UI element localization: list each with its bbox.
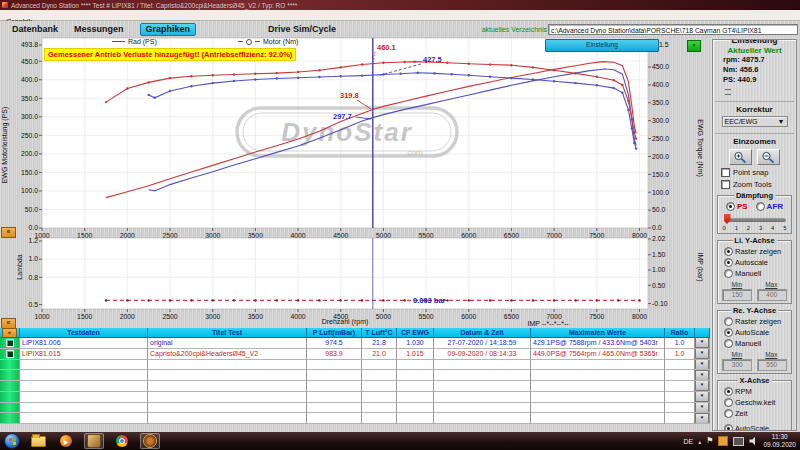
taskbar-explorer-button[interactable]	[28, 433, 48, 449]
test-file-icon[interactable]	[6, 339, 14, 347]
svg-text:1000: 1000	[34, 313, 49, 320]
li-y-raster-radio[interactable]: Raster zeigen	[724, 247, 789, 256]
table-cell: 21.0	[362, 349, 397, 360]
re-y-raster-radio[interactable]: Raster zeigen	[724, 317, 789, 326]
table-row[interactable]: ▼	[0, 381, 710, 392]
table-cell	[665, 403, 695, 414]
tray-app-icon[interactable]	[718, 436, 728, 446]
li-y-min-field[interactable]: 150	[722, 289, 752, 301]
table-row[interactable]: ▼	[0, 403, 710, 414]
einstellung-button[interactable]: Einstellung	[545, 39, 659, 52]
table-row[interactable]: ▼	[0, 360, 710, 371]
x-axis-autoscale-radio[interactable]: AutoScale	[724, 424, 789, 431]
table-column-header[interactable]: Testdaten	[20, 328, 148, 338]
x-axis-time-radio[interactable]: Zeit	[724, 409, 789, 418]
value-placeholder-dash	[725, 89, 731, 90]
taskbar-dyno-app-button[interactable]	[84, 433, 104, 449]
taskbar-media-player-button[interactable]: ▶	[56, 433, 76, 449]
checkbox-icon	[721, 180, 730, 189]
table-column-header[interactable]: P Luft(mBar)	[307, 328, 362, 338]
svg-text:150.0: 150.0	[652, 171, 669, 178]
table-cell	[20, 370, 148, 381]
zoom-tools-checkbox[interactable]: Zoom Tools	[721, 180, 794, 189]
table-cell	[20, 403, 148, 414]
slider-thumb[interactable]	[724, 214, 731, 224]
table-column-header[interactable]: CF EWG	[397, 328, 434, 338]
row-options-dropdown[interactable]: ▼	[695, 349, 709, 359]
toolbar-button-datenbank[interactable]: Datenbank	[12, 24, 58, 34]
x-axis-speed-radio[interactable]: Geschw.keit	[724, 398, 789, 407]
svg-text:7500: 7500	[589, 313, 604, 320]
toolbar-button-graphiken[interactable]: Graphiken	[140, 23, 197, 36]
table-cell	[362, 403, 397, 414]
results-table-body: LIPIX81.006original974.521.81.03027-07-2…	[0, 338, 710, 424]
table-cell	[20, 413, 148, 424]
radio-icon	[724, 424, 733, 431]
charts-svg[interactable]: DynoStar.com493.8450.0400.0350.0300.0250…	[0, 21, 712, 328]
li-y-max-field[interactable]: 400	[757, 289, 787, 301]
collapse-main-chart-button[interactable]: «	[1, 227, 16, 238]
volume-icon[interactable]	[749, 437, 758, 446]
li-y-autoscale-radio[interactable]: Autoscale	[724, 258, 789, 267]
damping-afr-radio[interactable]: AFR	[756, 202, 783, 211]
zoom-in-button[interactable]	[729, 149, 752, 165]
table-cell	[20, 360, 148, 371]
row-options-dropdown[interactable]: ▼	[695, 403, 709, 413]
table-column-header[interactable]: Datum & Zeit	[434, 328, 531, 338]
row-options-dropdown[interactable]: ▼	[695, 338, 709, 348]
svg-text:2000: 2000	[120, 313, 135, 320]
point-snap-checkbox[interactable]: Point snap	[721, 168, 794, 177]
action-center-flag-icon[interactable]: ⚑	[706, 437, 713, 445]
svg-text:4000: 4000	[290, 313, 305, 320]
re-y-max-field[interactable]: 550	[757, 359, 787, 371]
table-row[interactable]: LIPIX81.015Capristo&200cpi&HeadersØ45_V2…	[0, 349, 710, 360]
x-axis-rpm-radio[interactable]: RPM	[724, 387, 789, 396]
network-icon[interactable]	[733, 437, 744, 446]
svg-text:0.0: 0.0	[29, 224, 39, 231]
table-cell	[434, 370, 531, 381]
row-options-dropdown[interactable]: ▼	[695, 381, 709, 391]
damping-slider[interactable]	[724, 214, 786, 224]
taskbar-dyno-station-button[interactable]	[140, 433, 160, 449]
table-cell	[665, 392, 695, 403]
table-column-header[interactable]: Ratio	[665, 328, 695, 338]
table-row[interactable]: LIPIX81.006original974.521.81.03027-07-2…	[0, 338, 710, 349]
table-collapse-button[interactable]: «	[2, 328, 17, 338]
re-y-manuell-radio[interactable]: Manuell	[724, 339, 789, 348]
table-row[interactable]: ▼	[0, 392, 710, 403]
korrektur-dropdown[interactable]: EEC/EWG ▼	[722, 116, 788, 127]
tray-expand-icon[interactable]: ▴	[698, 438, 701, 445]
right-axis-scale-dropdown[interactable]: ▼	[687, 40, 701, 52]
svg-text:3500: 3500	[248, 313, 263, 320]
value-placeholder-dash	[725, 94, 731, 95]
table-column-header[interactable]: T Luft°C	[362, 328, 397, 338]
table-column-header[interactable]: Titel Test	[148, 328, 307, 338]
row-options-dropdown[interactable]: ▼	[695, 413, 709, 423]
radio-icon	[724, 387, 733, 396]
taskbar-chrome-button[interactable]	[112, 433, 132, 449]
svg-text:6000: 6000	[461, 313, 476, 320]
re-y-min-field[interactable]: 300	[722, 359, 752, 371]
row-options-dropdown[interactable]: ▼	[695, 360, 709, 370]
test-file-icon[interactable]	[6, 350, 14, 358]
re-y-autoscale-radio[interactable]: AutoScale	[724, 328, 789, 337]
language-indicator[interactable]: DE	[684, 438, 694, 445]
current-directory-field[interactable]: c:\Advanced Dyno Station\data\PORSCHE\71…	[548, 24, 798, 35]
toolbar-button-drive-sim-cycle[interactable]: Drive Sim/Cycle	[268, 24, 336, 34]
korrektur-heading: Korrektur	[715, 101, 794, 114]
toolbar-button-messungen[interactable]: Messungen	[74, 24, 124, 34]
table-row[interactable]: ▼	[0, 370, 710, 381]
table-row[interactable]: ▼	[0, 413, 710, 424]
row-options-dropdown[interactable]: ▼	[695, 392, 709, 402]
taskbar: ▶ DE ▴ ⚑ 11:30 09.09.2020	[0, 432, 800, 450]
taskbar-clock[interactable]: 11:30 09.09.2020	[763, 433, 796, 449]
svg-text:Lambda: Lambda	[16, 254, 23, 279]
row-options-dropdown[interactable]: ▼	[695, 370, 709, 380]
table-cell	[531, 413, 665, 424]
zoom-out-button[interactable]	[757, 149, 780, 165]
table-column-header[interactable]: Maximalen Werte	[531, 328, 665, 338]
li-y-manuell-radio[interactable]: Manuell	[724, 269, 789, 278]
table-cell: LIPIX81.006	[20, 338, 148, 349]
start-button[interactable]	[4, 433, 20, 449]
damping-ps-radio[interactable]: PS	[726, 202, 748, 211]
